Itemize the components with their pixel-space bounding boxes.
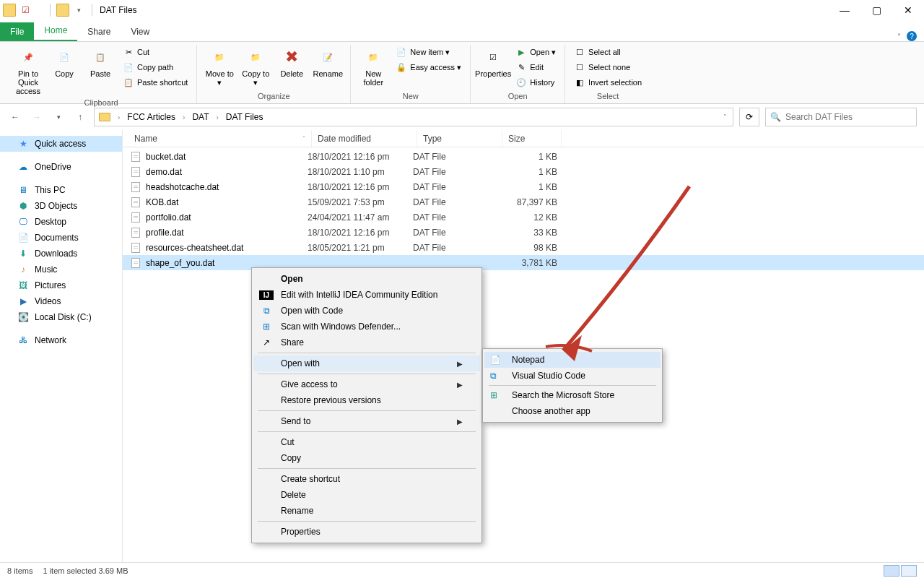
copy-path-button[interactable]: 📄Copy path (120, 60, 191, 74)
breadcrumb-datfiles[interactable]: DAT Files (222, 111, 268, 124)
qat-new-folder-icon[interactable] (56, 4, 69, 17)
ctx-rename[interactable]: Rename (253, 503, 480, 519)
ctx-intellij[interactable]: IJEdit with IntelliJ IDEA Community Edit… (253, 287, 480, 303)
new-folder-button[interactable]: 📁New folder (357, 45, 390, 88)
select-all-button[interactable]: ☐Select all (571, 45, 645, 59)
file-size: 1 KB (498, 152, 557, 162)
pc-icon: 🖥 (17, 184, 29, 196)
col-size[interactable]: Size (502, 130, 562, 147)
pin-button[interactable]: 📌 Pin to Quick access (12, 45, 45, 97)
intellij-icon: IJ (259, 290, 274, 300)
delete-button[interactable]: ✖Delete (275, 45, 308, 79)
file-row[interactable]: demo.dat18/10/2021 1:10 pmDAT File1 KB (123, 164, 924, 179)
sidebar-onedrive[interactable]: ☁OneDrive (0, 159, 122, 175)
close-button[interactable]: ✕ (892, 0, 924, 20)
ctx-copy[interactable]: Copy (253, 450, 480, 466)
tab-share[interactable]: Share (77, 22, 121, 41)
copy-to-button[interactable]: 📁Copy to ▾ (239, 45, 272, 88)
sidebar-this-pc[interactable]: 🖥This PC (0, 182, 122, 198)
sidebar-documents[interactable]: 📄Documents (0, 230, 122, 246)
sub-choose[interactable]: Choose another app (484, 403, 661, 419)
file-icon (130, 212, 141, 223)
sidebar-music[interactable]: ♪Music (0, 262, 122, 277)
tab-file[interactable]: File (0, 22, 34, 41)
sidebar-quick-access[interactable]: ★Quick access (0, 136, 122, 152)
col-name[interactable]: Name˄ (128, 130, 312, 147)
sub-vscode[interactable]: ⧉Visual Studio Code (484, 368, 661, 384)
chevron-right-icon[interactable]: › (214, 113, 219, 121)
tab-home[interactable]: Home (34, 21, 77, 41)
ctx-vscode[interactable]: ⧉Open with Code (253, 303, 480, 319)
ctx-send-to[interactable]: Send to▶ (253, 413, 480, 429)
back-button[interactable]: ← (7, 109, 23, 125)
chevron-right-icon[interactable]: › (181, 113, 186, 121)
new-item-button[interactable]: 📄New item ▾ (393, 45, 464, 59)
breadcrumb-fcc[interactable]: FCC Articles (123, 111, 180, 124)
rename-button[interactable]: 📝Rename (311, 45, 344, 79)
col-type[interactable]: Type (417, 130, 502, 147)
ctx-delete[interactable]: Delete (253, 487, 480, 503)
ctx-cut[interactable]: Cut (253, 434, 480, 450)
breadcrumb-dat[interactable]: DAT (188, 111, 213, 124)
open-button[interactable]: ▶Open ▾ (513, 45, 559, 59)
forward-button[interactable]: → (29, 109, 45, 125)
help-icon[interactable]: ? (907, 31, 917, 41)
address-dropdown-icon[interactable]: ˅ (723, 113, 727, 121)
paste-shortcut-button[interactable]: 📋Paste shortcut (120, 75, 191, 90)
cut-button[interactable]: ✂Cut (120, 45, 191, 59)
sidebar-videos[interactable]: ▶Videos (0, 293, 122, 309)
ctx-share[interactable]: ↗Share (253, 335, 480, 350)
invert-selection-button[interactable]: ◧Invert selection (571, 75, 645, 90)
sub-store[interactable]: ⊞Search the Microsoft Store (484, 387, 661, 403)
file-row[interactable]: resources-cheatsheet.dat18/05/2021 1:21 … (123, 240, 924, 255)
minimize-button[interactable]: — (829, 0, 860, 20)
paste-button[interactable]: 📋 Paste (84, 45, 117, 79)
search-input[interactable] (785, 112, 912, 122)
ctx-shortcut[interactable]: Create shortcut (253, 471, 480, 487)
move-to-button[interactable]: 📁Move to ▾ (203, 45, 236, 88)
sidebar-downloads[interactable]: ⬇Downloads (0, 246, 122, 262)
easy-access-button[interactable]: 🔓Easy access ▾ (393, 60, 464, 74)
file-row[interactable]: profile.dat18/10/2021 12:16 pmDAT File33… (123, 225, 924, 240)
chevron-right-icon[interactable]: › (116, 113, 121, 121)
file-row[interactable]: portfolio.dat24/04/2021 11:47 amDAT File… (123, 210, 924, 225)
search-box[interactable]: 🔍 (765, 108, 917, 126)
sub-notepad[interactable]: 📄Notepad (484, 352, 661, 368)
file-date: 18/05/2021 1:21 pm (308, 243, 413, 253)
qat-properties-icon[interactable]: ☑ (19, 4, 32, 17)
ctx-properties[interactable]: Properties (253, 524, 480, 540)
file-row[interactable]: bucket.dat18/10/2021 12:16 pmDAT File1 K… (123, 149, 924, 164)
file-row[interactable]: headshotcache.dat18/10/2021 12:16 pmDAT … (123, 179, 924, 194)
ctx-give-access[interactable]: Give access to▶ (253, 376, 480, 392)
sidebar-3d-objects[interactable]: ⬢3D Objects (0, 198, 122, 214)
qat-dropdown-icon[interactable]: ▾ (72, 4, 85, 17)
file-name: demo.dat (146, 167, 182, 177)
new-folder-icon: 📁 (362, 46, 384, 68)
sidebar-local-disk[interactable]: 💽Local Disk (C:) (0, 309, 122, 325)
edit-button[interactable]: ✎Edit (513, 60, 559, 74)
tab-view[interactable]: View (121, 22, 160, 41)
file-row[interactable]: KOB.dat15/09/2021 7:53 pmDAT File87,397 … (123, 194, 924, 210)
details-view-button[interactable] (884, 565, 899, 577)
copy-button[interactable]: 📄 Copy (48, 45, 81, 79)
col-date[interactable]: Date modified (312, 130, 417, 147)
thumbnails-view-button[interactable] (901, 565, 917, 577)
ctx-restore[interactable]: Restore previous versions (253, 392, 480, 408)
address-bar[interactable]: › FCC Articles › DAT › DAT Files ˅ (94, 108, 733, 126)
sidebar-network[interactable]: 🖧Network (0, 332, 122, 348)
history-button[interactable]: 🕘History (513, 75, 559, 90)
ctx-open[interactable]: Open (253, 271, 480, 287)
up-button[interactable]: ↑ (72, 109, 88, 125)
properties-button[interactable]: ☑Properties (476, 45, 510, 79)
ctx-open-with[interactable]: Open with▶ (253, 355, 480, 371)
refresh-button[interactable]: ⟳ (739, 108, 759, 126)
file-row[interactable]: shape_of_you.dat3,781 KB (123, 255, 924, 270)
easy-access-icon: 🔓 (396, 61, 407, 73)
ribbon-collapse-icon[interactable]: ˄ (897, 33, 901, 40)
sidebar-desktop[interactable]: 🖵Desktop (0, 214, 122, 230)
select-none-button[interactable]: ☐Select none (571, 60, 645, 74)
maximize-button[interactable]: ▢ (860, 0, 892, 20)
recent-locations-icon[interactable]: ▾ (51, 109, 66, 125)
sidebar-pictures[interactable]: 🖼Pictures (0, 277, 122, 293)
ctx-defender[interactable]: ⊞Scan with Windows Defender... (253, 319, 480, 335)
